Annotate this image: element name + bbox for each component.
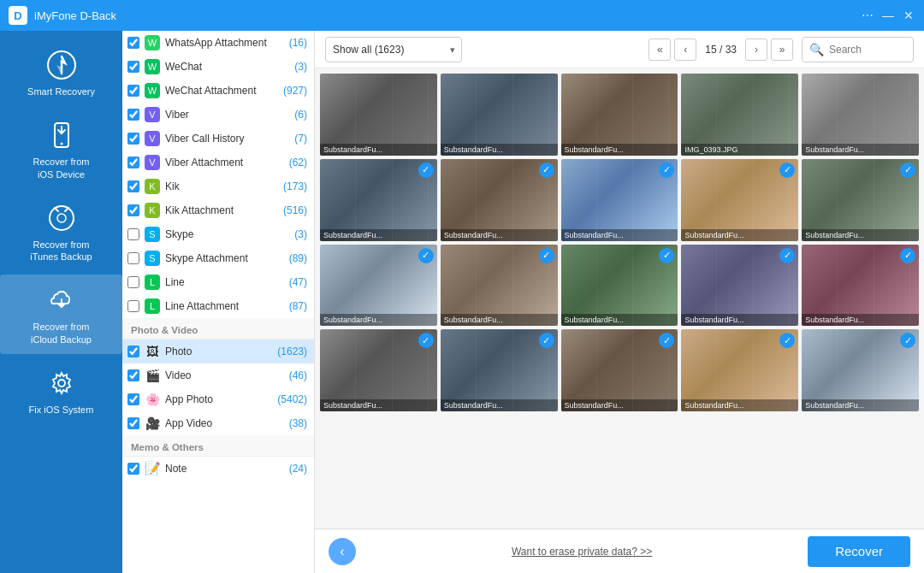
close-button[interactable]: ✕ xyxy=(902,9,915,22)
fix-ios-label: Fix iOS System xyxy=(29,404,94,416)
photo-check-icon: ✓ xyxy=(418,248,434,263)
list-item-kik-attachment[interactable]: K Kik Attachment (516) xyxy=(122,198,314,222)
list-item-skype-attachment[interactable]: S Skype Attachment (89) xyxy=(122,246,314,270)
photo-cell[interactable]: SubstandardFu... ✓ xyxy=(561,245,678,327)
photo-cell[interactable]: SubstandardFu... ✓ xyxy=(320,329,437,411)
checkbox-viber[interactable] xyxy=(127,109,139,121)
checkbox-viber-call[interactable] xyxy=(127,133,139,145)
recover-icloud-icon xyxy=(44,283,79,317)
list-item-video[interactable]: 🎬 Video (46) xyxy=(122,363,314,387)
list-item-whatsapp-attachment[interactable]: W WhatsApp Attachment (16) xyxy=(122,31,314,55)
list-item-app-video[interactable]: 🎥 App Video (38) xyxy=(122,411,314,435)
photo-cell[interactable]: SubstandardFu... xyxy=(320,74,437,156)
checkbox-skype-attachment[interactable] xyxy=(127,252,139,264)
checkbox-photo[interactable] xyxy=(127,346,139,357)
photo-cell[interactable]: SubstandardFu... ✓ xyxy=(802,329,919,411)
kik-attach-icon: K xyxy=(145,203,160,218)
erase-link[interactable]: Want to erase private data? >> xyxy=(356,546,808,558)
photo-cell[interactable]: SubstandardFu... ✓ xyxy=(441,329,558,411)
sidebar-item-recover-icloud[interactable]: Recover fromiCloud Backup xyxy=(0,275,122,354)
checkbox-line[interactable] xyxy=(127,276,139,288)
sidebar: Smart Recovery Recover fromiOS Device xyxy=(0,31,122,573)
checkbox-wechat-attachment[interactable] xyxy=(127,85,139,97)
last-page-button[interactable]: » xyxy=(771,38,793,61)
photo-cell[interactable]: SubstandardFu... xyxy=(561,74,678,156)
checkbox-kik[interactable] xyxy=(127,180,139,192)
recover-ios-label: Recover fromiOS Device xyxy=(33,156,89,180)
search-input[interactable] xyxy=(829,44,906,56)
photo-cell[interactable]: SubstandardFu... ✓ xyxy=(681,329,798,411)
photo-check-icon: ✓ xyxy=(418,162,434,178)
list-item-wechat[interactable]: W WeChat (3) xyxy=(122,55,314,79)
list-item-kik[interactable]: K Kik (173) xyxy=(122,174,314,198)
photo-cell[interactable]: SubstandardFu... ✓ xyxy=(561,159,678,241)
pagination: « ‹ 15 / 33 › » xyxy=(649,38,793,61)
checkbox-note[interactable] xyxy=(127,463,139,475)
viber-attach-icon: V xyxy=(145,155,160,170)
sidebar-item-smart-recovery[interactable]: Smart Recovery xyxy=(0,39,122,106)
checkbox-whatsapp-attachment[interactable] xyxy=(127,37,139,49)
back-button[interactable]: ‹ xyxy=(329,538,356,565)
photo-cell[interactable]: SubstandardFu... ✓ xyxy=(320,245,437,327)
show-all-wrapper: Show all (1623) Show selected Show unsel… xyxy=(325,37,462,62)
toolbar: Show all (1623) Show selected Show unsel… xyxy=(315,31,924,68)
photo-check-icon: ✓ xyxy=(779,248,795,263)
next-page-button[interactable]: › xyxy=(745,38,767,61)
window-controls: ⋯ — ✕ xyxy=(861,9,915,22)
app-logo: D xyxy=(9,6,27,25)
checkbox-line-attachment[interactable] xyxy=(127,300,139,312)
checkbox-app-video[interactable] xyxy=(127,417,139,429)
skype-icon: S xyxy=(145,227,160,242)
sidebar-item-recover-itunes[interactable]: Recover fromiTunes Backup xyxy=(0,192,122,272)
photo-cell[interactable]: SubstandardFu... ✓ xyxy=(441,245,558,327)
minimize-button[interactable]: — xyxy=(881,9,895,22)
checkbox-viber-attachment[interactable] xyxy=(127,157,139,168)
checkbox-app-photo[interactable] xyxy=(127,393,139,405)
show-all-select[interactable]: Show all (1623) Show selected Show unsel… xyxy=(325,37,462,62)
checkbox-wechat[interactable] xyxy=(127,61,139,73)
menu-button[interactable]: ⋯ xyxy=(861,9,874,22)
file-list: W WhatsApp Attachment (16) W WeChat (3) … xyxy=(122,31,315,573)
recover-button[interactable]: Recover xyxy=(808,536,910,567)
content-area: Show all (1623) Show selected Show unsel… xyxy=(315,31,924,573)
photo-check-icon: ✓ xyxy=(539,333,554,348)
photo-cell[interactable]: SubstandardFu... ✓ xyxy=(681,159,798,241)
list-item-app-photo[interactable]: 🌸 App Photo (5402) xyxy=(122,387,314,411)
list-item-viber-attachment[interactable]: V Viber Attachment (62) xyxy=(122,151,314,174)
photo-check-icon: ✓ xyxy=(900,162,915,178)
list-item-line-attachment[interactable]: L Line Attachment (87) xyxy=(122,294,314,318)
photo-cell[interactable]: SubstandardFu... ✓ xyxy=(802,159,919,241)
checkbox-video[interactable] xyxy=(127,369,139,381)
list-item-note[interactable]: 📝 Note (24) xyxy=(122,457,314,481)
checkbox-skype[interactable] xyxy=(127,228,139,240)
kik-icon: K xyxy=(145,179,160,194)
checkbox-kik-attachment[interactable] xyxy=(127,204,139,216)
video-icon: 🎬 xyxy=(145,368,160,383)
photo-cell[interactable]: IMG_0393.JPG xyxy=(681,74,798,156)
photo-cell[interactable]: SubstandardFu... ✓ xyxy=(561,329,678,411)
fix-ios-icon xyxy=(44,366,79,400)
photo-cell[interactable]: SubstandardFu... ✓ xyxy=(320,159,437,241)
sidebar-item-recover-ios[interactable]: Recover fromiOS Device xyxy=(0,109,122,189)
line-icon: L xyxy=(145,275,160,290)
sidebar-item-fix-ios[interactable]: Fix iOS System xyxy=(0,357,122,424)
photo-cell[interactable]: SubstandardFu... xyxy=(441,74,558,156)
photo-cell[interactable]: SubstandardFu... xyxy=(802,74,919,156)
photo-cell[interactable]: SubstandardFu... ✓ xyxy=(681,245,798,327)
app-video-icon: 🎥 xyxy=(145,416,160,431)
photo-cell[interactable]: SubstandardFu... ✓ xyxy=(802,245,919,327)
first-page-button[interactable]: « xyxy=(649,38,671,61)
list-item-skype[interactable]: S Skype (3) xyxy=(122,222,314,246)
photo-cell[interactable]: SubstandardFu... ✓ xyxy=(441,159,558,241)
list-item-line[interactable]: L Line (47) xyxy=(122,270,314,294)
prev-page-button[interactable]: ‹ xyxy=(674,38,696,61)
list-item-viber[interactable]: V Viber (6) xyxy=(122,103,314,127)
viber-call-icon: V xyxy=(145,131,160,146)
whatsapp-icon: W xyxy=(145,35,160,50)
main-panel: W WhatsApp Attachment (16) W WeChat (3) … xyxy=(122,31,924,573)
list-item-wechat-attachment[interactable]: W WeChat Attachment (927) xyxy=(122,79,314,103)
photo-icon: 🖼 xyxy=(145,344,160,359)
list-item-photo[interactable]: 🖼 Photo (1623) xyxy=(122,340,314,363)
list-item-viber-call[interactable]: V Viber Call History (7) xyxy=(122,127,314,151)
search-box: 🔍 xyxy=(802,37,914,62)
